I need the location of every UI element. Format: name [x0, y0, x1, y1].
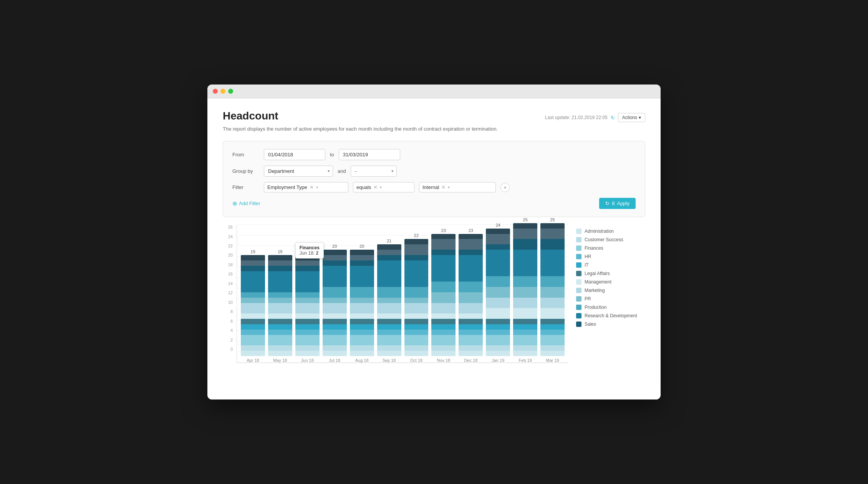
stacked-bar[interactable]	[377, 244, 401, 356]
y-axis-label: 8	[223, 309, 234, 314]
bar-segment	[350, 319, 374, 324]
bar-segment	[350, 351, 374, 356]
bar-col: 21Sep 18	[377, 239, 401, 363]
filter-field-clear-icon[interactable]: ✕	[310, 184, 314, 190]
bar-segment	[268, 303, 292, 314]
apply-button[interactable]: ↻ 8 Apply	[599, 198, 636, 209]
refresh-icon[interactable]: ↻	[611, 115, 615, 121]
bar-segment	[241, 292, 265, 298]
bar-segment	[486, 234, 510, 245]
legend-item: Production	[576, 305, 645, 310]
filter-field-input[interactable]: Employment Type ✕ ▾	[264, 182, 348, 192]
bar-segment	[486, 298, 510, 308]
filter-value-input[interactable]: Internal ✕ ▾	[419, 182, 496, 192]
bar-segment	[540, 335, 565, 346]
stacked-bar[interactable]	[268, 255, 292, 356]
bar-segment	[486, 319, 510, 324]
bar-segment	[404, 239, 429, 244]
filter-value-clear-icon[interactable]: ✕	[441, 184, 446, 190]
stacked-bar[interactable]	[431, 234, 456, 356]
bar-segment	[486, 345, 510, 351]
bar-segment	[513, 330, 537, 335]
bar-segment	[241, 313, 265, 319]
bar-segment	[459, 234, 483, 239]
bar-segment	[377, 313, 401, 319]
actions-button[interactable]: Actions ▾	[618, 113, 645, 122]
bar-segment	[404, 324, 429, 330]
bar-segment	[459, 303, 483, 314]
from-date-input[interactable]	[264, 149, 325, 160]
bar-segment	[268, 351, 292, 356]
bar-col: 19May 18	[268, 249, 292, 363]
maximize-dot[interactable]	[228, 89, 233, 94]
bar-col: 23Nov 18	[431, 228, 456, 363]
add-filter-plus-button[interactable]: +	[500, 183, 510, 192]
bar-segment	[268, 324, 292, 330]
bar-segment	[295, 335, 320, 346]
legend-item: Legal Affairs	[576, 271, 645, 276]
stacked-bar[interactable]	[350, 250, 374, 356]
page-title: Headcount	[223, 110, 278, 122]
filter-operator-clear-icon[interactable]: ✕	[373, 184, 378, 190]
filter-value-chevron-icon[interactable]: ▾	[448, 185, 450, 189]
refresh-apply-icon: ↻	[605, 201, 610, 206]
filter-operator-chevron-icon[interactable]: ▾	[380, 185, 382, 189]
filter-operator-input[interactable]: equals ✕ ▾	[353, 182, 414, 192]
bar-segment	[486, 250, 510, 276]
bar-x-label: Nov 18	[437, 358, 450, 363]
bar-segment	[350, 303, 374, 314]
stacked-bar[interactable]	[295, 255, 320, 356]
legend-item: Finances	[576, 245, 645, 251]
stacked-bar[interactable]	[459, 234, 483, 356]
stacked-bar[interactable]	[323, 250, 347, 356]
bar-segment	[513, 276, 537, 287]
bar-segment	[404, 351, 429, 356]
bar-total-label: 19	[305, 249, 310, 254]
bar-total-label: 25	[523, 217, 528, 222]
stacked-bar[interactable]	[241, 255, 265, 356]
bar-segment	[513, 239, 537, 250]
bar-total-label: 25	[550, 217, 555, 222]
bar-segment	[513, 287, 537, 298]
chart-legend: AdministrationCustomer SuccessFinancesHR…	[576, 225, 645, 363]
filter-field-chevron-icon[interactable]: ▾	[316, 185, 318, 189]
legend-color-box	[576, 271, 581, 276]
to-date-input[interactable]	[339, 149, 400, 160]
legend-color-box	[576, 313, 581, 318]
legend-item: HR	[576, 254, 645, 259]
bar-total-label: 23	[469, 228, 473, 233]
bar-segment	[377, 319, 401, 324]
stacked-bar[interactable]	[404, 239, 429, 356]
bar-segment	[323, 266, 347, 287]
y-axis-label: 10	[223, 300, 234, 305]
titlebar	[207, 85, 661, 98]
stacked-bar[interactable]	[540, 223, 565, 356]
add-filter-button[interactable]: ⊕ Add Filter	[232, 200, 260, 207]
date-range-row: From to	[232, 149, 636, 160]
legend-item: Management	[576, 279, 645, 285]
bar-segment	[377, 303, 401, 314]
y-axis-label: 24	[223, 234, 234, 239]
bar-total-label: 20	[359, 244, 364, 249]
bar-segment	[241, 303, 265, 314]
bar-segment	[268, 292, 292, 298]
minimize-dot[interactable]	[220, 89, 225, 94]
bar-col: 22Oct 18	[404, 233, 429, 363]
bar-col: 23Dec 18	[459, 228, 483, 363]
y-axis-label: 12	[223, 290, 234, 295]
page-header: Headcount Last update: 21.02.2019 22:05 …	[223, 110, 645, 122]
stacked-bar[interactable]	[513, 223, 537, 356]
bar-segment	[323, 298, 347, 303]
close-dot[interactable]	[213, 89, 218, 94]
bar-segment	[268, 345, 292, 351]
stacked-bar[interactable]	[486, 229, 510, 356]
and-select[interactable]: -	[351, 166, 397, 177]
bar-segment	[540, 223, 565, 229]
group-by-select[interactable]: Department	[264, 166, 333, 177]
y-axis-label: 6	[223, 319, 234, 323]
bar-segment	[268, 266, 292, 271]
bar-segment	[377, 351, 401, 356]
bar-x-label: Jul 18	[329, 358, 340, 363]
filter-field-value: Employment Type	[267, 184, 307, 190]
bar-segment	[323, 313, 347, 319]
